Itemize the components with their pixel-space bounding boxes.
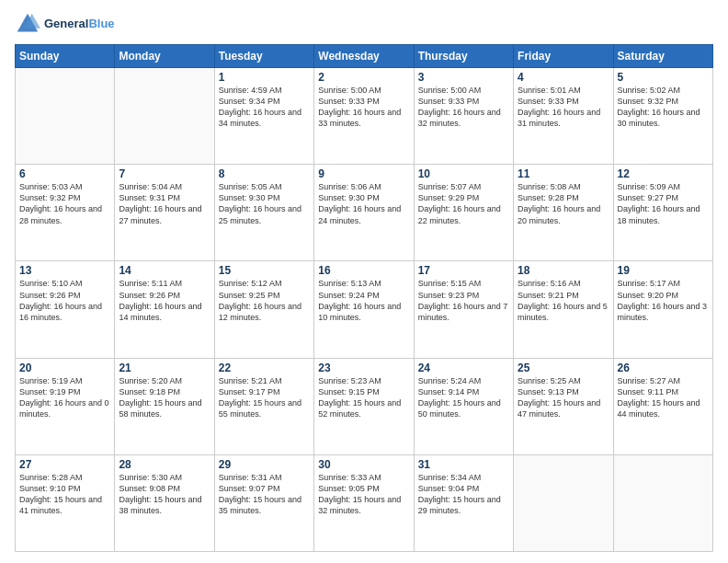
- day-info: Sunrise: 5:15 AMSunset: 9:23 PMDaylight:…: [418, 278, 509, 323]
- day-cell: 20Sunrise: 5:19 AMSunset: 9:19 PMDayligh…: [16, 358, 115, 454]
- day-cell: 10Sunrise: 5:07 AMSunset: 9:29 PMDayligh…: [414, 165, 513, 261]
- day-info: Sunrise: 5:07 AMSunset: 9:29 PMDaylight:…: [418, 181, 509, 226]
- day-info: Sunrise: 5:10 AMSunset: 9:26 PMDaylight:…: [19, 278, 110, 323]
- day-cell: 25Sunrise: 5:25 AMSunset: 9:13 PMDayligh…: [514, 358, 613, 454]
- day-cell: [115, 68, 214, 165]
- day-cell: 5Sunrise: 5:02 AMSunset: 9:32 PMDaylight…: [613, 68, 712, 165]
- day-info: Sunrise: 5:02 AMSunset: 9:32 PMDaylight:…: [618, 85, 709, 130]
- day-number: 19: [618, 264, 709, 277]
- day-info: Sunrise: 5:23 AMSunset: 9:15 PMDaylight:…: [318, 375, 409, 420]
- day-cell: 23Sunrise: 5:23 AMSunset: 9:15 PMDayligh…: [314, 358, 414, 454]
- day-number: 5: [618, 71, 709, 84]
- day-cell: [16, 68, 115, 165]
- day-cell: 2Sunrise: 5:00 AMSunset: 9:33 PMDaylight…: [314, 68, 414, 165]
- header: GeneralBlue: [15, 11, 713, 37]
- weekday-header-tuesday: Tuesday: [214, 45, 313, 68]
- day-number: 1: [219, 71, 310, 84]
- day-number: 27: [19, 458, 110, 471]
- day-cell: [514, 454, 613, 551]
- day-number: 14: [119, 264, 210, 277]
- day-info: Sunrise: 5:05 AMSunset: 9:30 PMDaylight:…: [219, 181, 310, 226]
- day-cell: 29Sunrise: 5:31 AMSunset: 9:07 PMDayligh…: [214, 454, 313, 551]
- day-number: 16: [318, 264, 409, 277]
- day-info: Sunrise: 5:01 AMSunset: 9:33 PMDaylight:…: [518, 85, 609, 130]
- page: GeneralBlue SundayMondayTuesdayWednesday…: [0, 0, 728, 563]
- day-number: 22: [219, 362, 310, 374]
- day-info: Sunrise: 5:30 AMSunset: 9:08 PMDaylight:…: [119, 472, 210, 517]
- day-info: Sunrise: 5:04 AMSunset: 9:31 PMDaylight:…: [119, 181, 210, 226]
- day-number: 2: [318, 71, 409, 84]
- day-number: 24: [418, 362, 509, 374]
- day-number: 8: [219, 167, 310, 180]
- weekday-header-row: SundayMondayTuesdayWednesdayThursdayFrid…: [16, 45, 713, 68]
- day-number: 25: [518, 362, 609, 374]
- day-info: Sunrise: 5:00 AMSunset: 9:33 PMDaylight:…: [418, 85, 509, 130]
- day-cell: 27Sunrise: 5:28 AMSunset: 9:10 PMDayligh…: [16, 454, 115, 551]
- day-number: 4: [518, 71, 609, 84]
- day-cell: 24Sunrise: 5:24 AMSunset: 9:14 PMDayligh…: [414, 358, 513, 454]
- weekday-header-saturday: Saturday: [613, 45, 712, 68]
- day-cell: 3Sunrise: 5:00 AMSunset: 9:33 PMDaylight…: [414, 68, 513, 165]
- day-info: Sunrise: 4:59 AMSunset: 9:34 PMDaylight:…: [219, 85, 310, 130]
- week-row-1: 1Sunrise: 4:59 AMSunset: 9:34 PMDaylight…: [16, 68, 713, 165]
- day-number: 6: [19, 167, 110, 180]
- day-info: Sunrise: 5:24 AMSunset: 9:14 PMDaylight:…: [418, 375, 509, 420]
- day-number: 31: [418, 458, 509, 471]
- day-cell: 4Sunrise: 5:01 AMSunset: 9:33 PMDaylight…: [514, 68, 613, 165]
- day-cell: 15Sunrise: 5:12 AMSunset: 9:25 PMDayligh…: [214, 261, 313, 358]
- day-number: 28: [119, 458, 210, 471]
- weekday-header-thursday: Thursday: [414, 45, 513, 68]
- weekday-header-wednesday: Wednesday: [314, 45, 414, 68]
- weekday-header-friday: Friday: [514, 45, 613, 68]
- logo-icon: [15, 11, 40, 37]
- day-number: 23: [318, 362, 409, 374]
- day-info: Sunrise: 5:13 AMSunset: 9:24 PMDaylight:…: [318, 278, 409, 323]
- day-info: Sunrise: 5:28 AMSunset: 9:10 PMDaylight:…: [19, 472, 110, 517]
- week-row-2: 6Sunrise: 5:03 AMSunset: 9:32 PMDaylight…: [16, 165, 713, 261]
- day-info: Sunrise: 5:11 AMSunset: 9:26 PMDaylight:…: [119, 278, 210, 323]
- day-cell: 28Sunrise: 5:30 AMSunset: 9:08 PMDayligh…: [115, 454, 214, 551]
- day-number: 3: [418, 71, 509, 84]
- day-cell: 19Sunrise: 5:17 AMSunset: 9:20 PMDayligh…: [613, 261, 712, 358]
- day-number: 29: [219, 458, 310, 471]
- day-cell: 16Sunrise: 5:13 AMSunset: 9:24 PMDayligh…: [314, 261, 414, 358]
- logo-text: GeneralBlue: [44, 17, 115, 31]
- day-cell: 21Sunrise: 5:20 AMSunset: 9:18 PMDayligh…: [115, 358, 214, 454]
- day-number: 30: [318, 458, 409, 471]
- weekday-header-sunday: Sunday: [16, 45, 115, 68]
- logo: GeneralBlue: [15, 11, 115, 37]
- week-row-4: 20Sunrise: 5:19 AMSunset: 9:19 PMDayligh…: [16, 358, 713, 454]
- day-info: Sunrise: 5:25 AMSunset: 9:13 PMDaylight:…: [518, 375, 609, 420]
- day-number: 12: [618, 167, 709, 180]
- weekday-header-monday: Monday: [115, 45, 214, 68]
- day-info: Sunrise: 5:31 AMSunset: 9:07 PMDaylight:…: [219, 472, 310, 517]
- day-cell: 14Sunrise: 5:11 AMSunset: 9:26 PMDayligh…: [115, 261, 214, 358]
- day-info: Sunrise: 5:09 AMSunset: 9:27 PMDaylight:…: [618, 181, 709, 226]
- day-info: Sunrise: 5:03 AMSunset: 9:32 PMDaylight:…: [19, 181, 110, 226]
- day-number: 21: [119, 362, 210, 374]
- day-number: 9: [318, 167, 409, 180]
- day-info: Sunrise: 5:21 AMSunset: 9:17 PMDaylight:…: [219, 375, 310, 420]
- day-info: Sunrise: 5:17 AMSunset: 9:20 PMDaylight:…: [618, 278, 709, 323]
- day-number: 18: [518, 264, 609, 277]
- day-info: Sunrise: 5:08 AMSunset: 9:28 PMDaylight:…: [518, 181, 609, 226]
- week-row-3: 13Sunrise: 5:10 AMSunset: 9:26 PMDayligh…: [16, 261, 713, 358]
- week-row-5: 27Sunrise: 5:28 AMSunset: 9:10 PMDayligh…: [16, 454, 713, 551]
- day-cell: 31Sunrise: 5:34 AMSunset: 9:04 PMDayligh…: [414, 454, 513, 551]
- day-info: Sunrise: 5:27 AMSunset: 9:11 PMDaylight:…: [618, 375, 709, 420]
- day-cell: 13Sunrise: 5:10 AMSunset: 9:26 PMDayligh…: [16, 261, 115, 358]
- day-info: Sunrise: 5:19 AMSunset: 9:19 PMDaylight:…: [19, 375, 110, 420]
- day-info: Sunrise: 5:12 AMSunset: 9:25 PMDaylight:…: [219, 278, 310, 323]
- day-number: 10: [418, 167, 509, 180]
- day-cell: 7Sunrise: 5:04 AMSunset: 9:31 PMDaylight…: [115, 165, 214, 261]
- day-cell: 17Sunrise: 5:15 AMSunset: 9:23 PMDayligh…: [414, 261, 513, 358]
- day-info: Sunrise: 5:20 AMSunset: 9:18 PMDaylight:…: [119, 375, 210, 420]
- day-number: 15: [219, 264, 310, 277]
- calendar-table: SundayMondayTuesdayWednesdayThursdayFrid…: [15, 44, 713, 552]
- day-number: 11: [518, 167, 609, 180]
- day-number: 17: [418, 264, 509, 277]
- day-cell: 1Sunrise: 4:59 AMSunset: 9:34 PMDaylight…: [214, 68, 313, 165]
- day-cell: 6Sunrise: 5:03 AMSunset: 9:32 PMDaylight…: [16, 165, 115, 261]
- day-number: 20: [19, 362, 110, 374]
- day-cell: [613, 454, 712, 551]
